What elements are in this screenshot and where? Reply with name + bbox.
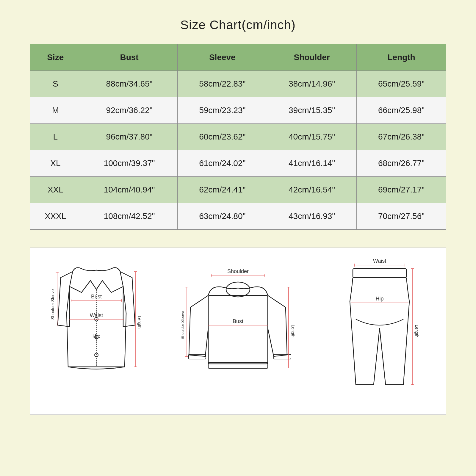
table-header-shoulder: Shoulder xyxy=(267,44,357,71)
svg-text:Length: Length xyxy=(137,316,142,329)
svg-point-21 xyxy=(226,282,250,297)
svg-text:Shoulder Sleeve: Shoulder Sleeve xyxy=(181,311,185,339)
cell-bust: 100cm/39.37" xyxy=(81,150,178,177)
table-row: XXXL108cm/42.52"63cm/24.80"43cm/16.93"70… xyxy=(30,203,446,230)
sweater-diagram: Shoulder Bust Shoulder Sleeve Length xyxy=(181,254,295,408)
cell-sleeve: 62cm/24.41" xyxy=(178,177,267,203)
cell-length: 67cm/26.38" xyxy=(357,124,446,150)
cell-shoulder: 41cm/16.14" xyxy=(267,150,357,177)
table-row: M92cm/36.22"59cm/23.23"39cm/15.35"66cm/2… xyxy=(30,97,446,124)
cell-shoulder: 38cm/14.96" xyxy=(267,71,357,97)
svg-text:Shoulder Sleeve: Shoulder Sleeve xyxy=(50,289,55,320)
cell-length: 65cm/25.59" xyxy=(357,71,446,97)
table-header-sleeve: Sleeve xyxy=(178,44,267,71)
cell-size: XXXL xyxy=(30,203,81,230)
cell-size: L xyxy=(30,124,81,150)
svg-rect-20 xyxy=(208,295,268,364)
table-row: XXL104cm/40.94"62cm/24.41"42cm/16.54"69c… xyxy=(30,177,446,203)
cell-bust: 96cm/37.80" xyxy=(81,124,178,150)
svg-text:Hip: Hip xyxy=(375,296,383,302)
svg-text:Hip: Hip xyxy=(92,333,100,339)
svg-text:Waist: Waist xyxy=(373,258,386,264)
cell-sleeve: 58cm/22.83" xyxy=(178,71,267,97)
svg-rect-22 xyxy=(208,362,268,368)
page-title: Size Chart(cm/inch) xyxy=(180,18,296,32)
svg-text:Bust: Bust xyxy=(91,294,102,300)
table-row: S88cm/34.65"58cm/22.83"38cm/14.96"65cm/2… xyxy=(30,71,446,97)
cell-length: 70cm/27.56" xyxy=(357,203,446,230)
diagrams-container: Bust Waist Hip Shoulder Sleeve Length xyxy=(30,248,446,415)
svg-text:Bust: Bust xyxy=(233,318,243,324)
svg-text:Length: Length xyxy=(414,325,419,338)
jacket-diagram: Bust Waist Hip Shoulder Sleeve Length xyxy=(49,254,144,408)
table-header-size: Size xyxy=(30,44,81,71)
cell-size: M xyxy=(30,97,81,124)
cell-sleeve: 60cm/23.62" xyxy=(178,124,267,150)
cell-shoulder: 39cm/15.35" xyxy=(267,97,357,124)
cell-bust: 92cm/36.22" xyxy=(81,97,178,124)
svg-text:Shoulder: Shoulder xyxy=(227,268,249,274)
cell-length: 66cm/25.98" xyxy=(357,97,446,124)
size-chart-table: SizeBustSleeveShoulderLength S88cm/34.65… xyxy=(30,44,446,230)
cell-shoulder: 40cm/15.75" xyxy=(267,124,357,150)
cell-shoulder: 42cm/16.54" xyxy=(267,177,357,203)
cell-shoulder: 43cm/16.93" xyxy=(267,203,357,230)
svg-text:Length: Length xyxy=(291,325,295,338)
table-row: XL100cm/39.37"61cm/24.02"41cm/16.14"68cm… xyxy=(30,150,446,177)
svg-rect-39 xyxy=(353,269,406,278)
cell-bust: 88cm/34.65" xyxy=(81,71,178,97)
cell-size: XXL xyxy=(30,177,81,203)
pants-diagram: Waist Hip Length xyxy=(332,254,427,408)
table-header-length: Length xyxy=(357,44,446,71)
table-header-bust: Bust xyxy=(81,44,178,71)
cell-length: 69cm/27.17" xyxy=(357,177,446,203)
cell-bust: 104cm/40.94" xyxy=(81,177,178,203)
svg-text:Waist: Waist xyxy=(90,312,103,318)
cell-size: S xyxy=(30,71,81,97)
table-row: L96cm/37.80"60cm/23.62"40cm/15.75"67cm/2… xyxy=(30,124,446,150)
cell-sleeve: 63cm/24.80" xyxy=(178,203,267,230)
cell-bust: 108cm/42.52" xyxy=(81,203,178,230)
cell-length: 68cm/26.77" xyxy=(357,150,446,177)
cell-size: XL xyxy=(30,150,81,177)
cell-sleeve: 59cm/23.23" xyxy=(178,97,267,124)
cell-sleeve: 61cm/24.02" xyxy=(178,150,267,177)
